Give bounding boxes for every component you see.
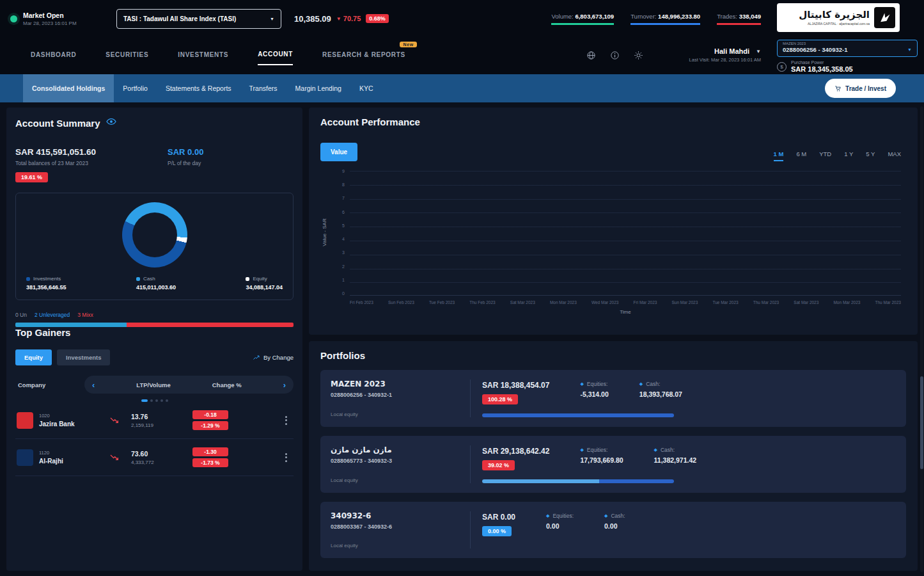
divider	[470, 511, 471, 548]
header-icons	[586, 51, 643, 60]
trades-stat: Trades: 338,049	[717, 13, 761, 25]
index-selector[interactable]: TASI : Tadawul All Share Index (TASI) ▼	[116, 9, 281, 29]
leverage-bar	[15, 323, 294, 327]
column-company: Company	[15, 381, 84, 388]
pagination-dot[interactable]	[166, 399, 168, 402]
account-selector-value: 0288006256 - 340932-1	[783, 46, 847, 53]
change-badge: -1.30	[192, 447, 228, 456]
nav-item-dashboard[interactable]: DASHBOARD	[31, 46, 76, 65]
tab-investments[interactable]: Investments	[57, 349, 110, 365]
nav-item-account[interactable]: ACCOUNT	[258, 45, 293, 65]
portfolio-id: 0288065773 - 340932-3	[331, 458, 458, 464]
subnav-margin-lending[interactable]: Margin Lending	[286, 74, 350, 102]
portfolio-card[interactable]: مازن مازن مازن 0288065773 - 340932-3 Loc…	[320, 436, 906, 493]
subnav-consolidated-holdings[interactable]: Consolidated Holdings	[23, 74, 114, 102]
subnav-transfers[interactable]: Transfers	[240, 74, 286, 102]
portfolio-change-badge: 39.02 %	[482, 460, 515, 470]
purchase-power: $ Purchase Power SAR 18,345,358.05	[777, 60, 918, 73]
row-menu-kebab-icon[interactable]	[280, 413, 292, 428]
brand-logo: الجزيرة كابيتال ALJAZIRA CAPITAL · aljaz…	[777, 3, 900, 32]
portfolio-card[interactable]: MAZEN 2023 0288006256 - 340932-1 Local e…	[320, 370, 906, 427]
globe-icon[interactable]	[586, 51, 596, 60]
account-summary-panel: Account Summary SAR 415,591,051.60 Total…	[6, 108, 302, 571]
subnav-portfolio[interactable]: Portfolio	[114, 74, 157, 102]
y-axis-label: Value - SAR	[322, 218, 327, 246]
brand-bird-icon	[874, 7, 895, 28]
new-badge: New	[400, 42, 417, 47]
progress-segment	[599, 479, 674, 483]
down-arrow-icon: ▼	[336, 16, 341, 22]
allocation-box: Investments 381,356,646.55 Cash 415,011,…	[15, 193, 294, 300]
index-value: 10,385.09	[294, 14, 331, 24]
index-change-pct-badge: 0.68%	[366, 14, 389, 23]
subnav-kyc[interactable]: KYC	[350, 74, 382, 102]
market-status-label: Market Open	[23, 12, 77, 19]
market-status: Market Open Mar 28, 2023 16:01 PM	[10, 12, 106, 26]
portfolio-progress-bar	[482, 479, 674, 483]
legend-investments: Investments 381,356,646.55	[26, 276, 67, 291]
sort-by-change[interactable]: By Change	[253, 354, 294, 362]
gainer-row[interactable]: 1020 Jazira Bank 13.76 2,159,119 -0.18 -…	[15, 402, 294, 439]
leverage-bar-segment	[127, 323, 294, 327]
user-last-visit: Last Visit: Mar 28, 2023 16:01 AM	[689, 57, 761, 63]
nav-item-securities[interactable]: SECURITIES	[106, 46, 148, 65]
range-selector: 1 M 6 M YTD 1 Y 5 Y MAX	[774, 150, 906, 161]
pagination-dot[interactable]	[155, 399, 158, 402]
gainer-row[interactable]: 1120 Al-Rajhi 73.60 4,333,772 -1.30 -1.7…	[15, 439, 294, 476]
pagination-dot[interactable]	[161, 399, 163, 402]
trending-up-icon	[253, 354, 260, 362]
page-scrollbar[interactable]	[920, 106, 923, 572]
nav-item-investments[interactable]: INVESTMENTS	[178, 46, 228, 65]
market-stats: Volume: 6,803,673,109 Turnover: 148,996,…	[551, 13, 761, 25]
range-6m[interactable]: 6 M	[796, 150, 806, 161]
company-name: Jazira Bank	[39, 420, 98, 428]
info-icon[interactable]	[610, 51, 620, 60]
total-change-badge: 19.61 %	[15, 172, 48, 182]
chevron-left-icon[interactable]: ‹	[92, 381, 95, 389]
portfolio-type: Local equity	[331, 535, 458, 548]
cash-value: 11,382,971.42	[654, 456, 697, 464]
pagination-dot[interactable]	[150, 399, 153, 402]
subnav-statements-reports[interactable]: Statements & Reports	[157, 74, 240, 102]
pagination-dot[interactable]	[141, 399, 148, 402]
user-menu[interactable]: Hali Mahdi ▼ Last Visit: Mar 28, 2023 16…	[689, 47, 761, 63]
progress-segment	[482, 479, 599, 483]
portfolio-value: SAR 29,138,642.42	[482, 447, 549, 456]
diamond-icon: ◆	[654, 447, 657, 452]
legend-cash: Cash 415,011,003.60	[136, 276, 176, 291]
settings-gear-icon[interactable]	[634, 51, 643, 60]
ltp-value: 73.60	[131, 450, 192, 458]
range-ytd[interactable]: YTD	[819, 150, 831, 161]
range-5y[interactable]: 5 Y	[866, 150, 875, 161]
portfolio-card[interactable]: 340932-6 0288003367 - 340932-6 Local equ…	[320, 502, 906, 558]
row-menu-kebab-icon[interactable]	[280, 451, 292, 465]
change-pct-badge: -1.29 %	[192, 421, 228, 430]
portfolios-panel: Portfolios MAZEN 2023 0288006256 - 34093…	[309, 341, 918, 571]
range-1m[interactable]: 1 M	[774, 150, 784, 161]
range-1y[interactable]: 1 Y	[844, 150, 853, 161]
chevron-right-icon[interactable]: ›	[283, 381, 286, 389]
diamond-icon: ◆	[580, 447, 583, 452]
eye-icon[interactable]	[106, 116, 116, 129]
company-code: 1120	[39, 450, 98, 456]
legend-equity: Equity 34,088,147.04	[246, 276, 283, 291]
plot-area	[350, 171, 901, 296]
scrollbar-thumb[interactable]	[920, 376, 923, 469]
range-max[interactable]: MAX	[888, 150, 901, 161]
column-change-pct: Change %	[212, 381, 242, 388]
equities-value: 17,793,669.80	[580, 456, 623, 464]
app-root: Market Open Mar 28, 2023 16:01 PM TASI :…	[0, 0, 924, 576]
diamond-icon: ◆	[639, 381, 643, 387]
nav-item-research-reports[interactable]: RESEARCH & REPORTS New	[322, 46, 405, 65]
account-selector[interactable]: MAZEN 2023 0288006256 - 340932-1 ▼	[777, 40, 918, 57]
account-selector-label: MAZEN 2023	[783, 42, 912, 46]
divider	[470, 380, 471, 417]
user-name: Hali Mahdi	[714, 47, 749, 55]
top-gainers-header: Company ‹ LTP/Volume Change % ›	[15, 376, 294, 394]
diamond-icon: ◆	[604, 513, 607, 518]
ltp-value: 13.76	[131, 413, 192, 420]
tab-equity[interactable]: Equity	[15, 349, 52, 365]
account-summary-title: Account Summary	[15, 118, 100, 129]
trade-invest-button[interactable]: Trade / Invest	[825, 79, 896, 98]
value-toggle-button[interactable]: Value	[320, 143, 357, 161]
